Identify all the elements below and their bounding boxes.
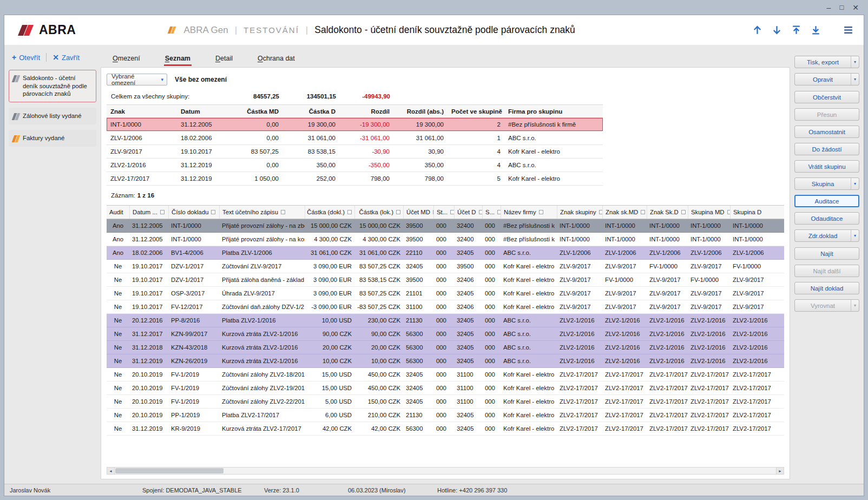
journal-cell: 56300 (403, 331, 433, 337)
filter-icon[interactable] (450, 210, 454, 214)
journal-column-cislo-dokladu[interactable]: Číslo dokladu (168, 206, 219, 219)
group-cell: #Bez příslušnosti k firmě (504, 121, 602, 128)
journal-column-znak-sk-md[interactable]: Znak sk.MD (602, 206, 647, 219)
journal-column-ucet-md[interactable]: Účet MD (403, 206, 433, 219)
group-row[interactable]: ZLV2-1/201631.12.20190,00350,00-350,0035… (107, 159, 603, 172)
journal-row[interactable]: Ne20.10.2019FV-1/2019Zúčtování zálohy ZL… (107, 381, 784, 395)
button-label: Osamostatnit (795, 129, 859, 135)
close-icon[interactable]: ✕ (852, 4, 859, 11)
journal-row[interactable]: Ano31.12.2005INT-1/0000Přijaté provozní … (107, 219, 784, 233)
maximize-icon[interactable]: □ (839, 4, 844, 11)
journal-column-znak-skupiny[interactable]: Znak skupiny (557, 206, 602, 219)
journal-row[interactable]: Ne19.10.2017OSP-3/2017Úhrada ZLV-9/20173… (107, 287, 784, 300)
close-tab-button[interactable]: ✕ Zavřít (52, 53, 80, 62)
filter-icon[interactable] (211, 210, 215, 214)
sidebar-item-zalohove-listy-vydane[interactable]: Zálohové listy vydané (9, 108, 96, 124)
filter-icon[interactable] (681, 210, 686, 214)
arrow-down-icon[interactable] (771, 24, 782, 36)
menu-icon[interactable] (843, 24, 854, 36)
arrow-up-icon[interactable] (752, 24, 763, 36)
journal-column-znak-sk-d[interactable]: Znak Sk.D (647, 206, 688, 219)
journal-row[interactable]: Ne19.10.2017DZV-1/2017Zúčtování ZLV-9/20… (107, 260, 784, 273)
filter-icon[interactable] (539, 210, 543, 214)
groups-column-pocet-ve-skupine[interactable]: Počet ve skupině (448, 108, 504, 115)
journal-column-audit[interactable]: Audit (107, 206, 129, 219)
journal-column-s[interactable]: S... (482, 206, 501, 219)
tab-omezeni[interactable]: Omezení (111, 50, 141, 67)
journal-column-castka-dokl[interactable]: Částka (dokl.) (305, 206, 354, 219)
journal-column-ucet-d[interactable]: Účet D (454, 206, 482, 219)
journal-row[interactable]: Ne20.10.2019FV-1/2019Zúčtování zálohy ZL… (107, 395, 784, 409)
groups-column-firma-pro-skupinu[interactable]: Firma pro skupinu (504, 108, 602, 115)
journal-column-datum[interactable]: Datum ... (129, 206, 168, 219)
journal-row[interactable]: Ne20.12.2016PP-8/2016Platba ZLV2-1/20161… (107, 314, 784, 327)
journal-cell: ZLV-9/2017 (602, 263, 647, 269)
journal-column-nazev-firmy[interactable]: Název firmy (501, 206, 557, 219)
tab-seznam[interactable]: Seznam (164, 50, 192, 67)
journal-row[interactable]: Ne19.10.2017FV-12/2017Zúčtování daň.zálo… (107, 300, 784, 314)
filter-icon[interactable] (396, 210, 400, 214)
arrow-to-bottom-icon[interactable] (810, 24, 821, 36)
groups-column-castka-md[interactable]: Částka MD (226, 108, 282, 115)
journal-cell: 32405 (403, 398, 433, 405)
journal-cell: 56300 (403, 344, 433, 351)
filter-icon[interactable] (347, 210, 352, 214)
auditace-button[interactable]: Auditace (794, 195, 859, 207)
journal-column-text-ucetniho-zapisu[interactable]: Text účetního zápisu (219, 206, 305, 219)
groups-column-datum[interactable]: Datum (177, 108, 226, 115)
journal-column-skupina-md[interactable]: Skupina MD (688, 206, 730, 219)
tab-detail[interactable]: Detail (214, 50, 234, 67)
groups-column-znak[interactable]: Znak (107, 108, 177, 115)
journal-row[interactable]: Ano18.02.2006BV1-4/2006Platba ZLV-1/2006… (107, 246, 784, 260)
open-button[interactable]: + Otevřít (12, 53, 40, 62)
journal-row[interactable]: Ne31.12.2019KZN-26/2019Kurzová ztráta ZL… (107, 354, 784, 368)
journal-row[interactable]: Ne31.12.2019KR-9/2019Kurzová ztráta ZLV2… (107, 422, 784, 436)
zdr-doklad-button[interactable]: Zdr.doklad▾ (794, 229, 859, 242)
group-row[interactable]: ZLV-9/201719.10.201783 507,2583 538,15-3… (107, 145, 603, 159)
groups-column-rozdil[interactable]: Rozdíl (339, 108, 393, 115)
scrollbar-thumb[interactable] (115, 468, 223, 473)
journal-cell: 000 (433, 412, 454, 418)
journal-row[interactable]: Ne20.10.2019PP-1/2019Platba ZLV2-17/2017… (107, 409, 784, 422)
osamostatnit-button[interactable]: Osamostatnit (794, 126, 859, 138)
journal-row[interactable]: Ne20.10.2019FV-1/2019Zúčtování zálohy ZL… (107, 368, 784, 381)
journal-row[interactable]: Ne31.12.2018KZN-43/2018Kurzová ztráta ZL… (107, 341, 784, 354)
najit-doklad-button[interactable]: Najít doklad (794, 282, 859, 294)
journal-row[interactable]: Ne31.12.2017KZN-99/2017Kurzová ztráta ZL… (107, 327, 784, 341)
tisk-export-button[interactable]: Tisk, export▾ (794, 56, 859, 68)
skupina-button[interactable]: Skupina▾ (794, 177, 859, 190)
filter-icon[interactable] (160, 210, 165, 214)
sidebar-item-faktury-vydane[interactable]: Faktury vydané (9, 130, 96, 147)
filter-icon[interactable] (281, 210, 285, 214)
group-row[interactable]: ZLV-1/200618.02.20060,0031 061,00-31 061… (107, 131, 603, 145)
horizontal-scrollbar[interactable]: ◄ ► (107, 467, 784, 475)
journal-row[interactable]: Ano31.12.2005INT-1/0000Přijaté provozní … (107, 233, 784, 246)
journal-column-st[interactable]: St... (433, 206, 454, 219)
journal-cell: 32405 (454, 331, 482, 337)
journal-row[interactable]: Ne19.10.2017DZV-1/2017Přijatá záloha dan… (107, 273, 784, 287)
opravit-button[interactable]: Opravit▾ (794, 73, 859, 85)
journal-column-castka-lok[interactable]: Částka (lok.) (354, 206, 403, 219)
obcerstvit-button[interactable]: Občerstvit (794, 91, 859, 103)
vratit-skupinu-button[interactable]: Vrátit skupinu (794, 160, 859, 173)
journal-cell: 83 507,25 CZK (354, 290, 403, 297)
minimize-icon[interactable]: – (827, 4, 831, 11)
scroll-right-icon[interactable]: ► (776, 468, 784, 474)
groups-column-castka-d[interactable]: Částka D (282, 108, 339, 115)
filter-icon[interactable] (641, 210, 645, 214)
sidebar-item-saldokonto-ucetni-denik[interactable]: Saldokonto - účetní deník souvztažně pod… (9, 70, 96, 102)
do-zadosti-button[interactable]: Do žádostí (794, 143, 859, 155)
groups-column-rozdil-abs[interactable]: Rozdíl (abs.) (393, 108, 448, 115)
tab-ochrana-dat[interactable]: Ochrana dat (257, 50, 296, 67)
arrow-to-top-icon[interactable] (791, 24, 802, 36)
journal-column-skupina-d[interactable]: Skupina D (730, 206, 771, 219)
journal-cell: ABC s.r.o. (501, 331, 557, 337)
najit-button[interactable]: Najít (794, 247, 859, 260)
group-row[interactable]: INT-1/000031.12.20050,0019 300,00-19 300… (107, 118, 603, 131)
scroll-left-icon[interactable]: ◄ (107, 468, 115, 474)
restriction-dropdown[interactable]: Vybrané omezení ▾ (107, 74, 167, 85)
group-row[interactable]: ZLV2-17/201731.12.20191 050,00252,00798,… (107, 172, 603, 186)
group-cell: 31.12.2005 (177, 121, 226, 128)
odauditace-button[interactable]: Odauditace (794, 212, 859, 225)
app-header: ABRA ABRA Gen | TESTOVÁNÍ | Saldokonto -… (4, 15, 864, 45)
